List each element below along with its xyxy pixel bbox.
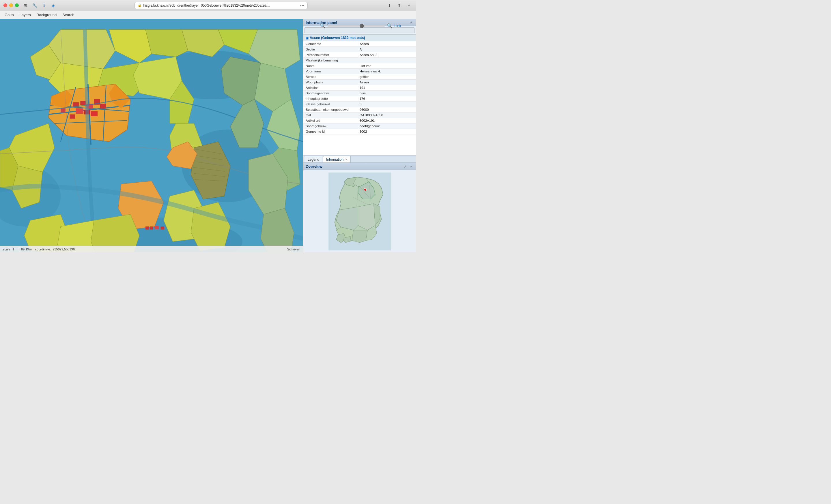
url-text: hisgis.fa.knaw.nl/?db=drenthe&layer=050G… <box>143 3 298 7</box>
attribute-row-2: PerceelnummerAssen A892 <box>304 52 416 58</box>
tab-close-icon[interactable]: ✕ <box>345 158 347 161</box>
share-icon[interactable]: ⬆ <box>396 2 402 9</box>
map-statusbar: scale: ⊢⊣ 89.19m coordinate: 235079,5581… <box>0 246 303 252</box>
attribute-value-11: 3 <box>357 101 416 107</box>
svg-rect-33 <box>61 109 65 113</box>
cube-icon[interactable]: ◈ <box>50 2 56 9</box>
attribute-row-7: WoonplaatsAssen <box>304 80 416 85</box>
scale-info: scale: ⊢⊣ 89.19m coordinate: 235079,5581… <box>3 247 75 251</box>
traffic-lights <box>3 3 19 7</box>
attribute-value-6: griffier <box>357 74 416 80</box>
svg-rect-31 <box>70 115 75 119</box>
attributes-table: GemeenteAssenSectieAPerceelnummerAssen A… <box>304 41 416 135</box>
attribute-value-9: huis <box>357 91 416 96</box>
attribute-label-9: Soort eigendom <box>304 91 357 96</box>
attribute-label-7: Woonplaats <box>304 80 357 85</box>
attribute-value-12: 26000 <box>357 107 416 113</box>
tab-legend[interactable]: Legend <box>305 156 322 162</box>
tab-information-label: Information <box>326 157 343 161</box>
attribute-label-6: Beroep <box>304 74 357 80</box>
address-bar: 🔒 hisgis.fa.knaw.nl/?db=drenthe&layer=05… <box>59 2 383 9</box>
minimize-button[interactable] <box>9 3 13 7</box>
attribute-value-3 <box>357 58 416 63</box>
info-circle-icon[interactable]: ℹ <box>41 2 47 9</box>
info-panel: Information panel » ▣ Assen (Gebouwen 18… <box>304 19 416 163</box>
tab-information[interactable]: Information ✕ <box>323 156 351 162</box>
attribute-label-12: Belastbaar inkomengebouwd <box>304 107 357 113</box>
attribute-row-14: Artikel uid3002A191 <box>304 118 416 123</box>
attribute-value-8: 191 <box>357 85 416 91</box>
menu-goto[interactable]: Go to <box>2 12 16 18</box>
attribute-label-2: Perceelnummer <box>304 52 357 58</box>
window-controls: ⊞ 🔧 ℹ ◈ <box>22 2 56 9</box>
attribute-value-14: 3002A191 <box>357 118 416 123</box>
svg-rect-30 <box>91 111 97 116</box>
svg-point-70 <box>364 188 367 191</box>
svg-rect-52 <box>155 226 159 229</box>
attribute-label-3: Plaatselijke benaming <box>304 58 357 63</box>
attribute-label-8: Artikelnr <box>304 85 357 91</box>
svg-rect-53 <box>161 227 165 230</box>
menubar: Go to Layers Background Search <box>0 11 416 19</box>
attribute-row-8: Artikelnr191 <box>304 85 416 91</box>
attribute-value-13: OAT03002A050 <box>357 113 416 118</box>
attribute-row-13: OatOAT03002A050 <box>304 113 416 118</box>
attribute-row-4: NaamLier van <box>304 63 416 69</box>
zoom-slider[interactable] <box>327 25 385 27</box>
info-panel-close[interactable]: » <box>409 20 413 25</box>
close-button[interactable] <box>3 3 7 7</box>
menu-background[interactable]: Background <box>34 12 59 18</box>
attribute-value-10: 176 <box>357 96 416 101</box>
menu-layers[interactable]: Layers <box>17 12 33 18</box>
new-tab-icon[interactable]: ＋ <box>406 2 412 9</box>
attribute-value-4: Lier van <box>357 63 416 69</box>
svg-rect-28 <box>76 109 83 114</box>
attribute-label-1: Sectie <box>304 47 357 52</box>
lock-icon: 🔒 <box>138 3 142 7</box>
attribute-row-5: VoornaamHermannus H. <box>304 69 416 74</box>
attribute-label-4: Naam <box>304 63 357 69</box>
attribute-label-16: Gemeente id <box>304 129 357 135</box>
attribute-value-2: Assen A892 <box>357 52 416 58</box>
location-name: Schieven <box>287 247 300 251</box>
options-icon[interactable]: ••• <box>300 3 305 8</box>
overview-close-icon[interactable]: » <box>409 164 413 169</box>
overview-expand-icon[interactable]: ⤢ <box>403 164 407 169</box>
attribute-label-10: Inhoudsgrootte <box>304 96 357 101</box>
layer-collapse-icon[interactable]: ▣ <box>306 36 309 40</box>
overview-controls: ⤢ » <box>403 164 413 169</box>
attribute-value-1: A <box>357 47 416 52</box>
download-icon[interactable]: ⬇ <box>386 2 393 9</box>
attribute-row-3: Plaatselijke benaming <box>304 58 416 63</box>
layer-title: Assen (Gebouwen 1832 met oats) <box>310 36 365 40</box>
info-content-area: ▣ Assen (Gebouwen 1832 met oats) Gemeent… <box>304 35 416 155</box>
attribute-row-15: Soort gebouwhoofdgebouw <box>304 123 416 129</box>
attribute-value-16: 3002 <box>357 129 416 135</box>
zoom-out-icon[interactable]: 🔍 <box>320 23 325 29</box>
attribute-label-5: Voornaam <box>304 69 357 74</box>
attribute-row-12: Belastbaar inkomengebouwd26000 <box>304 107 416 113</box>
titlebar: ⊞ 🔧 ℹ ◈ 🔒 hisgis.fa.knaw.nl/?db=drenthe&… <box>0 0 416 11</box>
map-area[interactable]: scale: ⊢⊣ 89.19m coordinate: 235079,5581… <box>0 19 303 252</box>
attribute-row-9: Soort eigendomhuis <box>304 91 416 96</box>
layer-header: ▣ Assen (Gebouwen 1832 met oats) <box>304 35 416 41</box>
link-button[interactable]: Link <box>394 24 401 28</box>
attribute-label-0: Gemeente <box>304 41 357 47</box>
tab-legend-label: Legend <box>308 157 319 161</box>
svg-rect-25 <box>80 101 86 105</box>
attribute-label-15: Soort gebouw <box>304 123 357 129</box>
sidebar-icon[interactable]: ⊞ <box>22 2 29 9</box>
attribute-label-11: Klasse gebouwd <box>304 101 357 107</box>
zoom-in-icon[interactable]: 🔍 <box>387 23 393 29</box>
address-pill[interactable]: 🔒 hisgis.fa.knaw.nl/?db=drenthe&layer=05… <box>135 2 308 9</box>
maximize-button[interactable] <box>15 3 19 7</box>
attribute-row-11: Klasse gebouwd3 <box>304 101 416 107</box>
attribute-row-10: Inhoudsgrootte176 <box>304 96 416 101</box>
wrench-icon[interactable]: 🔧 <box>31 2 38 9</box>
menu-search[interactable]: Search <box>60 12 77 18</box>
attribute-value-15: hoofdgebouw <box>357 123 416 129</box>
netherlands-minimap[interactable] <box>328 173 392 250</box>
map-svg[interactable] <box>0 19 303 252</box>
svg-rect-51 <box>150 227 153 230</box>
overview-map-area <box>304 170 416 252</box>
